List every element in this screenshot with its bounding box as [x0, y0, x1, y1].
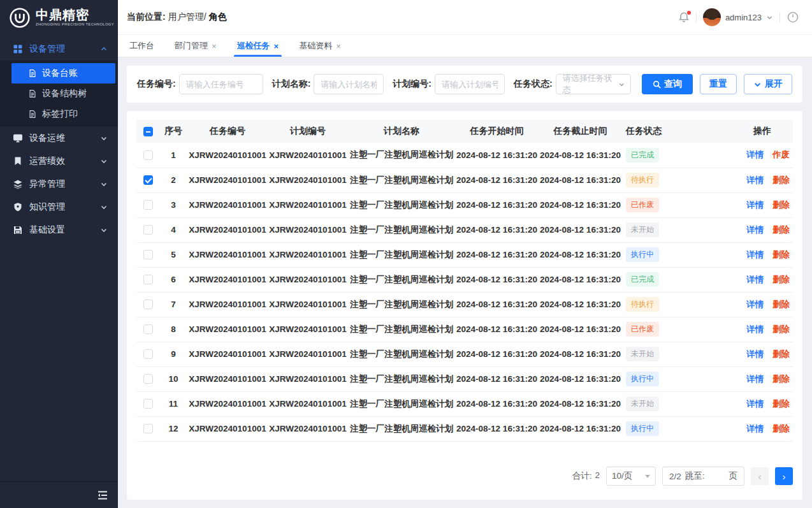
collapse-sidebar-icon[interactable]	[96, 489, 109, 502]
delete-link[interactable]: 作废	[772, 150, 790, 159]
cell-start-time: 2024-08-12 16:31:20	[455, 292, 539, 317]
table-row: 10XJRW20240101001XJRW20240101001注塑一厂注塑机周…	[136, 366, 793, 391]
row-checkbox[interactable]	[143, 374, 153, 384]
notification-bell-icon[interactable]	[678, 11, 690, 23]
prev-page-button[interactable]: ‹	[751, 467, 769, 485]
select-all-checkbox[interactable]	[143, 127, 153, 136]
delete-link[interactable]: 删除	[772, 399, 790, 409]
status-badge: 待执行	[626, 297, 659, 312]
delete-link[interactable]: 删除	[772, 324, 790, 334]
cell-end-time: 2024-08-12 16:31:20	[539, 217, 622, 242]
detail-link[interactable]: 详情	[746, 424, 764, 433]
cell-index: 4	[159, 217, 187, 242]
cell-task-no: XJRW20240101001	[187, 317, 268, 342]
search-button[interactable]: 查询	[642, 74, 693, 94]
filter-label: 任务编号:	[137, 78, 176, 90]
detail-link[interactable]: 详情	[746, 374, 764, 384]
jump-page-input[interactable]	[709, 472, 725, 481]
close-icon[interactable]: ×	[212, 42, 217, 50]
cell-index: 3	[159, 192, 187, 217]
tab-label: 巡检任务	[237, 40, 270, 52]
detail-link[interactable]: 详情	[746, 324, 764, 334]
cell-plan-name: 注塑一厂注塑机周巡检计划	[348, 391, 455, 416]
sidebar-subitem-标签打印[interactable]: 标签打印	[11, 104, 115, 124]
delete-link[interactable]: 删除	[772, 275, 790, 284]
cell-start-time: 2024-08-12 16:31:20	[455, 217, 539, 242]
user-menu[interactable]: admin123	[703, 8, 773, 26]
detail-link[interactable]: 详情	[746, 175, 764, 185]
row-checkbox[interactable]	[143, 225, 153, 235]
delete-link[interactable]: 删除	[772, 250, 790, 259]
cell-end-time: 2024-08-12 16:31:20	[539, 342, 622, 366]
sidebar-item-运营绩效[interactable]: 运营绩效	[0, 150, 118, 173]
cell-plan-no: XJRW20240101001	[268, 242, 348, 267]
delete-link[interactable]: 删除	[772, 424, 790, 433]
row-checkbox[interactable]	[143, 324, 153, 334]
sidebar-item-异常管理[interactable]: 异常管理	[0, 173, 118, 196]
cell-task-no: XJRW20240101001	[187, 192, 268, 217]
sidebar-item-label: 运营绩效	[29, 156, 100, 167]
sidebar-item-label: 设备运维	[29, 133, 100, 144]
row-checkbox[interactable]	[143, 349, 153, 359]
delete-link[interactable]: 删除	[772, 374, 790, 384]
doc-icon	[28, 89, 37, 98]
cell-index: 9	[159, 342, 187, 366]
page-size-select[interactable]: 10/页	[606, 467, 656, 486]
tab-部门管理[interactable]: 部门管理×	[171, 35, 220, 57]
filter-input-2[interactable]	[314, 74, 384, 94]
table-row: 3XJRW20240101001XJRW20240101001注塑一厂注塑机周巡…	[136, 192, 793, 217]
cell-index: 10	[159, 366, 187, 391]
row-checkbox[interactable]	[143, 175, 153, 185]
delete-link[interactable]: 删除	[772, 175, 790, 185]
tab-巡检任务[interactable]: 巡检任务×	[234, 35, 282, 57]
main-area: 当前位置: 用户管理/角色 admin123	[118, 0, 812, 508]
detail-link[interactable]: 详情	[746, 349, 764, 359]
sidebar-item-label: 基础设置	[29, 224, 100, 236]
row-checkbox[interactable]	[143, 275, 153, 284]
row-checkbox[interactable]	[143, 250, 153, 259]
filter-input-3[interactable]	[435, 74, 505, 94]
row-checkbox[interactable]	[143, 424, 153, 433]
cell-plan-no: XJRW20240101001	[268, 391, 348, 416]
sidebar-item-基础设置[interactable]: 基础设置	[0, 219, 118, 242]
expand-button[interactable]: 展开	[744, 74, 792, 94]
delete-link[interactable]: 删除	[772, 349, 790, 359]
delete-link[interactable]: 删除	[772, 200, 790, 210]
detail-link[interactable]: 详情	[746, 250, 764, 259]
sidebar-subitem-设备结构树[interactable]: 设备结构树	[11, 83, 115, 104]
close-icon[interactable]: ×	[336, 42, 341, 50]
detail-link[interactable]: 详情	[746, 275, 764, 284]
cell-plan-no: XJRW20240101001	[268, 317, 348, 342]
row-checkbox[interactable]	[143, 399, 153, 409]
sidebar-item-知识管理[interactable]: 知识管理	[0, 196, 118, 219]
status-badge: 执行中	[626, 372, 659, 386]
grid-icon	[13, 44, 23, 54]
filter-input-1[interactable]	[179, 74, 263, 94]
delete-link[interactable]: 删除	[772, 225, 790, 235]
tab-label: 基础资料	[299, 40, 332, 52]
filter-item-1: 任务编号:	[137, 74, 263, 94]
row-checkbox[interactable]	[143, 200, 153, 210]
column-header-任务状态: 任务状态	[622, 120, 686, 143]
detail-link[interactable]: 详情	[746, 225, 764, 235]
cell-index: 5	[159, 242, 187, 267]
row-checkbox[interactable]	[143, 300, 153, 309]
sidebar-subitem-设备台账[interactable]: 设备台账	[11, 63, 115, 83]
reset-button[interactable]: 重置	[700, 74, 737, 94]
detail-link[interactable]: 详情	[746, 200, 764, 210]
sidebar-item-设备管理[interactable]: 设备管理	[0, 38, 118, 61]
task-status-select[interactable]: 请选择任务状态	[556, 74, 631, 94]
detail-link[interactable]: 详情	[746, 300, 764, 309]
detail-link[interactable]: 详情	[746, 150, 764, 159]
next-page-button[interactable]: ›	[775, 467, 793, 485]
close-icon[interactable]: ×	[274, 42, 279, 50]
logout-power-icon[interactable]	[787, 11, 799, 24]
sidebar-item-设备运维[interactable]: 设备运维	[0, 127, 118, 150]
detail-link[interactable]: 详情	[746, 399, 764, 409]
tab-工作台[interactable]: 工作台	[126, 35, 157, 57]
breadcrumb-label: 当前位置:	[127, 11, 166, 23]
delete-link[interactable]: 删除	[772, 300, 790, 309]
row-checkbox[interactable]	[143, 150, 153, 160]
bookmark-icon	[13, 156, 23, 166]
tab-基础资料[interactable]: 基础资料×	[296, 35, 344, 57]
